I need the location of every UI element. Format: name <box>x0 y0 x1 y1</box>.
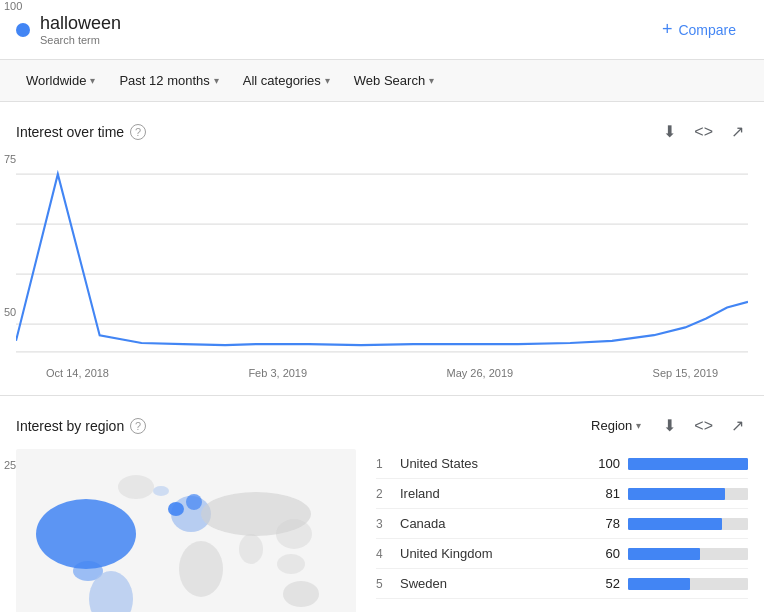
ibr-share-button[interactable]: ↗ <box>727 412 748 439</box>
x-axis-labels: Oct 14, 2018 Feb 3, 2019 May 26, 2019 Se… <box>16 363 748 379</box>
svg-point-13 <box>179 541 223 597</box>
iot-download-button[interactable]: ⬇ <box>659 118 680 145</box>
region-bar-fill <box>628 518 722 530</box>
iot-code-button[interactable]: <> <box>690 119 717 145</box>
download-icon: ⬇ <box>663 122 676 141</box>
filter-categories[interactable]: All categories ▾ <box>233 68 340 93</box>
section-header-ibr: Interest by region ? Region ▾ ⬇ <> ↗ <box>16 412 748 439</box>
code-icon: <> <box>694 123 713 141</box>
region-bar-fill <box>628 578 690 590</box>
region-item[interactable]: 4 United Kingdom 60 <box>376 539 748 569</box>
iot-title: Interest over time <box>16 124 124 140</box>
section-header-iot: Interest over time ? ⬇ <> ↗ <box>16 118 748 145</box>
region-name: United States <box>400 456 590 471</box>
region-rank: 2 <box>376 487 400 501</box>
region-rank: 4 <box>376 547 400 561</box>
share-icon: ↗ <box>731 122 744 141</box>
region-value: 78 <box>590 516 620 531</box>
ibr-actions: Region ▾ ⬇ <> ↗ <box>583 412 748 439</box>
line-chart <box>16 163 748 363</box>
region-bar-background <box>628 548 748 560</box>
ibr-code-button[interactable]: <> <box>690 413 717 439</box>
region-content: 1 United States 100 2 Ireland 81 3 Canad… <box>16 449 748 612</box>
download-icon-ibr: ⬇ <box>663 416 676 435</box>
region-rank: 5 <box>376 577 400 591</box>
region-bar-fill <box>628 548 700 560</box>
filter-worldwide-label: Worldwide <box>26 73 86 88</box>
svg-point-14 <box>283 581 319 607</box>
region-rank: 1 <box>376 457 400 471</box>
ibr-title: Interest by region <box>16 418 124 434</box>
region-filter-label: Region <box>591 418 632 433</box>
ibr-help-icon[interactable]: ? <box>130 418 146 434</box>
share-icon-ibr: ↗ <box>731 416 744 435</box>
search-subtitle: Search term <box>40 34 121 46</box>
region-value: 81 <box>590 486 620 501</box>
svg-point-10 <box>168 502 184 516</box>
region-filter-button[interactable]: Region ▾ <box>583 414 649 437</box>
region-bar-background <box>628 578 748 590</box>
compare-label: Compare <box>678 22 736 38</box>
region-bar-fill <box>628 458 748 470</box>
region-value: 52 <box>590 576 620 591</box>
region-item[interactable]: 2 Ireland 81 <box>376 479 748 509</box>
filter-timeframe[interactable]: Past 12 months ▾ <box>109 68 228 93</box>
filter-search-type-label: Web Search <box>354 73 425 88</box>
search-title: halloween <box>40 13 121 34</box>
search-term-text: halloween Search term <box>40 13 121 46</box>
region-value: 100 <box>590 456 620 471</box>
search-term-block: halloween Search term <box>16 13 650 46</box>
region-rank: 3 <box>376 517 400 531</box>
region-name: Canada <box>400 516 590 531</box>
section-title-group-ibr: Interest by region ? <box>16 418 146 434</box>
filters-bar: Worldwide ▾ Past 12 months ▾ All categor… <box>0 60 764 102</box>
world-map <box>16 449 356 612</box>
region-list: 1 United States 100 2 Ireland 81 3 Canad… <box>376 449 748 612</box>
region-bar-background <box>628 458 748 470</box>
map-svg <box>16 449 356 612</box>
region-bar-fill <box>628 488 725 500</box>
region-item[interactable]: 3 Canada 78 <box>376 509 748 539</box>
svg-point-11 <box>186 494 202 510</box>
svg-point-19 <box>153 486 169 496</box>
section-title-group-iot: Interest over time ? <box>16 124 146 140</box>
timeframe-chevron: ▾ <box>214 75 219 86</box>
code-icon-ibr: <> <box>694 417 713 435</box>
chart-svg <box>16 163 748 363</box>
svg-point-17 <box>277 554 305 574</box>
interest-over-time-section: Interest over time ? ⬇ <> ↗ 100 75 50 25 <box>0 102 764 396</box>
svg-point-18 <box>118 475 154 499</box>
region-bar-background <box>628 518 748 530</box>
filter-worldwide[interactable]: Worldwide ▾ <box>16 68 105 93</box>
iot-help-icon[interactable]: ? <box>130 124 146 140</box>
filter-search-type[interactable]: Web Search ▾ <box>344 68 444 93</box>
trend-line <box>16 174 748 345</box>
search-type-chevron: ▾ <box>429 75 434 86</box>
region-bar-background <box>628 488 748 500</box>
interest-by-region-section: Interest by region ? Region ▾ ⬇ <> ↗ <box>0 396 764 612</box>
ibr-download-button[interactable]: ⬇ <box>659 412 680 439</box>
region-item[interactable]: 1 United States 100 <box>376 449 748 479</box>
region-name: United Kingdom <box>400 546 590 561</box>
region-name: Ireland <box>400 486 590 501</box>
header: halloween Search term + Compare <box>0 0 764 60</box>
region-value: 60 <box>590 546 620 561</box>
compare-button[interactable]: + Compare <box>650 11 748 48</box>
compare-plus: + <box>662 19 673 40</box>
svg-point-6 <box>36 499 136 569</box>
svg-point-15 <box>239 534 263 564</box>
iot-actions: ⬇ <> ↗ <box>659 118 748 145</box>
region-name: Sweden <box>400 576 590 591</box>
region-item[interactable]: 5 Sweden 52 <box>376 569 748 599</box>
worldwide-chevron: ▾ <box>90 75 95 86</box>
region-chevron-icon: ▾ <box>636 420 641 431</box>
filter-categories-label: All categories <box>243 73 321 88</box>
categories-chevron: ▾ <box>325 75 330 86</box>
iot-share-button[interactable]: ↗ <box>727 118 748 145</box>
filter-timeframe-label: Past 12 months <box>119 73 209 88</box>
svg-point-16 <box>276 519 312 549</box>
